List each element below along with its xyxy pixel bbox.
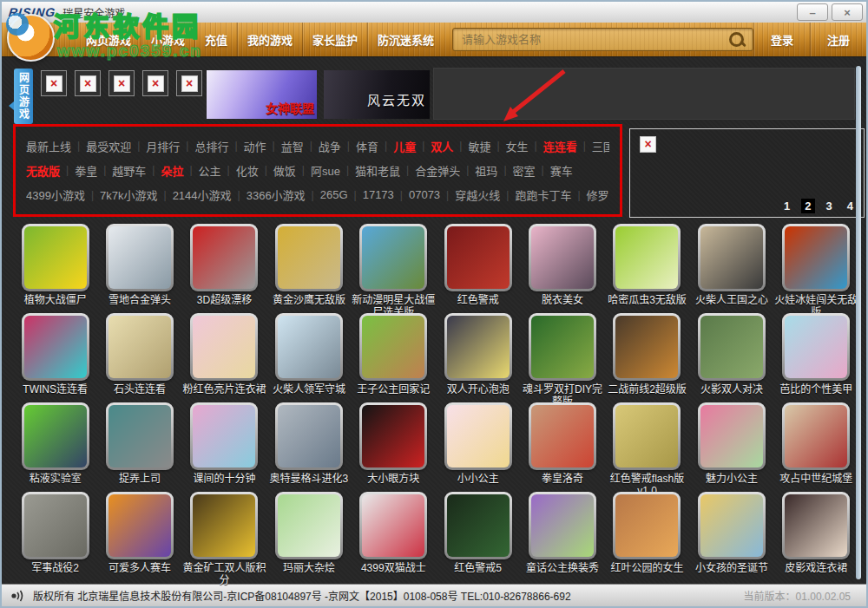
- game-thumbnail[interactable]: [782, 224, 850, 291]
- game-thumbnail[interactable]: [190, 402, 258, 470]
- game-item[interactable]: 魅力小公主: [689, 402, 773, 492]
- category-link[interactable]: 密室: [513, 162, 536, 179]
- game-item[interactable]: 红色警戒flash版 v1.0: [605, 402, 689, 492]
- category-link[interactable]: 公主: [199, 162, 221, 179]
- game-item[interactable]: 王子公主回家记: [352, 313, 436, 402]
- game-thumbnail[interactable]: [190, 492, 258, 559]
- game-item[interactable]: 攻占中世纪城堡: [774, 402, 858, 492]
- game-item[interactable]: 植物大战僵尸: [13, 224, 97, 313]
- category-link[interactable]: 4399小游戏: [26, 186, 85, 203]
- register-button[interactable]: 注册: [810, 23, 866, 56]
- category-link[interactable]: 最新上线: [26, 138, 71, 154]
- game-thumbnail[interactable]: [698, 492, 766, 559]
- scrollbar[interactable]: [856, 66, 861, 579]
- category-link[interactable]: 动作: [244, 138, 266, 154]
- game-item[interactable]: 玛丽大杂烩: [266, 492, 351, 581]
- banner-nvshen-lianmeng[interactable]: 女神联盟: [207, 70, 317, 119]
- game-thumbnail[interactable]: [444, 492, 512, 559]
- game-item[interactable]: 军事战役2: [13, 492, 97, 581]
- game-item[interactable]: 二战前线2超级版: [605, 313, 689, 402]
- game-item[interactable]: 黄金沙鹰无敌版: [266, 224, 351, 313]
- game-thumbnail[interactable]: [275, 492, 343, 559]
- game-item[interactable]: 小女孩的圣诞节: [689, 492, 773, 581]
- category-link[interactable]: 赛车: [550, 162, 573, 179]
- game-item[interactable]: 粘液实验室: [13, 402, 97, 492]
- game-item[interactable]: 童话公主换装秀: [520, 492, 604, 581]
- category-link[interactable]: 拳皇: [75, 162, 97, 179]
- category-link[interactable]: 17173: [363, 188, 394, 201]
- category-link[interactable]: 益智: [281, 138, 304, 154]
- banner-slot[interactable]: ×: [108, 70, 135, 96]
- banner-fengyun-wushuang[interactable]: 风云无双: [324, 70, 430, 119]
- category-link[interactable]: 2144小游戏: [173, 186, 232, 203]
- pagination-page-4[interactable]: 4: [844, 199, 857, 213]
- category-link[interactable]: 3366小游戏: [247, 186, 306, 203]
- pagination-page-1[interactable]: 1: [780, 199, 793, 213]
- category-link[interactable]: 越野车: [112, 162, 146, 179]
- nav-item-4[interactable]: 家长监护: [302, 23, 367, 56]
- game-item[interactable]: 红色警戒5: [436, 492, 520, 581]
- category-link[interactable]: 合金弹头: [415, 162, 460, 179]
- game-item[interactable]: 火影双人对决: [689, 313, 773, 402]
- game-thumbnail[interactable]: [22, 224, 89, 291]
- banner-slot[interactable]: ×: [75, 70, 101, 96]
- category-link[interactable]: 修罗刹: [587, 186, 609, 203]
- game-item[interactable]: 粉红色亮片连衣裙: [182, 313, 266, 402]
- close-button[interactable]: ×: [832, 3, 863, 21]
- game-thumbnail[interactable]: [106, 492, 174, 559]
- game-thumbnail[interactable]: [698, 313, 766, 381]
- game-thumbnail[interactable]: [529, 313, 596, 381]
- game-item[interactable]: 捉弄上司: [97, 402, 181, 492]
- game-thumbnail[interactable]: [22, 313, 89, 381]
- game-thumbnail[interactable]: [106, 313, 174, 381]
- category-link[interactable]: 最受欢迎: [86, 138, 131, 154]
- nav-item-2[interactable]: 充值: [194, 23, 237, 56]
- game-thumbnail[interactable]: [275, 402, 343, 470]
- game-thumbnail[interactable]: [22, 492, 89, 559]
- category-link[interactable]: 三国: [592, 138, 609, 154]
- category-link[interactable]: 猫和老鼠: [355, 162, 400, 179]
- game-thumbnail[interactable]: [613, 402, 681, 470]
- game-item[interactable]: 芭比的个性美甲: [774, 313, 858, 402]
- game-thumbnail[interactable]: [529, 224, 596, 291]
- game-item[interactable]: 新动漫明星大战僵尸选关版: [352, 224, 436, 313]
- category-link[interactable]: 265G: [320, 188, 348, 201]
- category-link[interactable]: 阿sue: [311, 162, 340, 179]
- category-link[interactable]: 做饭: [273, 162, 296, 179]
- game-item[interactable]: 3D超级漂移: [182, 224, 266, 313]
- game-item[interactable]: 红色警戒: [436, 224, 520, 313]
- category-link[interactable]: 女生: [506, 138, 529, 154]
- login-button[interactable]: 登录: [753, 23, 810, 56]
- category-link[interactable]: 儿童: [393, 138, 416, 154]
- game-item[interactable]: 双人开心泡泡: [436, 313, 520, 402]
- banner-slot[interactable]: ×: [142, 70, 168, 96]
- game-item[interactable]: 奥特曼格斗进化3: [266, 402, 351, 492]
- category-link[interactable]: 体育: [356, 138, 378, 154]
- nav-item-5[interactable]: 防沉迷系统: [367, 23, 444, 56]
- nav-item-1[interactable]: 小游戏: [141, 23, 194, 56]
- game-thumbnail[interactable]: [698, 402, 766, 470]
- search-icon[interactable]: [727, 30, 749, 49]
- category-link[interactable]: 祖玛: [475, 162, 497, 179]
- category-link[interactable]: 朵拉: [161, 162, 183, 179]
- game-item[interactable]: 可爱多人赛车: [97, 492, 181, 581]
- game-item[interactable]: 黄金矿工双人版积分: [182, 492, 266, 581]
- category-link[interactable]: 双人: [431, 138, 453, 154]
- game-item[interactable]: 4399双猫战士: [352, 492, 436, 581]
- game-item[interactable]: 拳皇洛奇: [520, 402, 604, 492]
- game-thumbnail[interactable]: [106, 224, 174, 291]
- game-thumbnail[interactable]: [190, 313, 258, 381]
- category-link[interactable]: 穿越火线: [455, 186, 500, 203]
- game-thumbnail[interactable]: [782, 492, 850, 559]
- game-thumbnail[interactable]: [444, 402, 512, 470]
- game-thumbnail[interactable]: [106, 402, 174, 470]
- category-link[interactable]: 连连看: [543, 138, 577, 154]
- game-thumbnail[interactable]: [22, 402, 89, 470]
- game-thumbnail[interactable]: [613, 224, 681, 291]
- category-link[interactable]: 敏捷: [468, 138, 490, 154]
- game-thumbnail[interactable]: [613, 313, 681, 381]
- sidebar-tab-webgames[interactable]: 网页游戏: [14, 69, 33, 124]
- game-thumbnail[interactable]: [359, 224, 427, 291]
- category-link[interactable]: 月排行: [146, 138, 180, 154]
- pagination-page-3[interactable]: 3: [823, 199, 836, 213]
